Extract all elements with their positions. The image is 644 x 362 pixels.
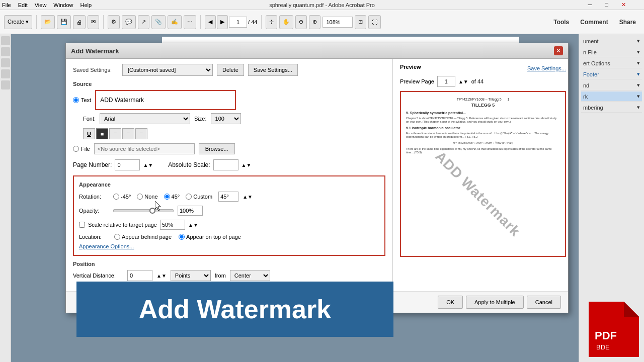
preview-page-row: Preview Page ▲▼ of 44 [400, 76, 566, 87]
pagenum-row: Page Number: ▲▼ Absolute Scale: ▲▼ [73, 159, 385, 170]
delete-btn[interactable]: Delete [217, 64, 244, 76]
more-btn[interactable]: ⋯ [184, 15, 196, 29]
zoom-out-btn[interactable]: ⊖ [295, 15, 307, 29]
rot-none-label[interactable]: None [137, 194, 157, 200]
share-btn[interactable]: Share [615, 17, 640, 28]
maximize-btn[interactable]: □ [603, 2, 610, 8]
vertical-dist-input[interactable] [127, 270, 152, 281]
from-dropdown[interactable]: Center [230, 270, 270, 281]
next-page-btn[interactable]: ▶ [217, 15, 228, 29]
text-radio[interactable] [73, 97, 79, 103]
appearance-options-link[interactable]: Appearance Options... [79, 243, 134, 249]
right-sidebar-ument[interactable]: ument▾ [581, 36, 642, 46]
menu-file[interactable]: File [2, 2, 11, 8]
absolute-scale-input[interactable] [213, 159, 238, 170]
sidebar-icon-1[interactable] [1, 36, 10, 45]
file-radio[interactable] [73, 146, 79, 152]
right-sidebar-options[interactable]: ert Options▾ [581, 58, 642, 68]
tools-btn[interactable]: Tools [549, 17, 573, 28]
rot-custom-label[interactable]: Custom [186, 194, 212, 200]
sign-btn[interactable]: ✍ [168, 15, 182, 29]
opacity-slider-thumb[interactable] [149, 208, 155, 214]
ok-btn[interactable]: OK [438, 296, 463, 309]
right-sidebar-numbering[interactable]: mbering▾ [581, 103, 642, 113]
rot-45-radio[interactable] [164, 194, 170, 200]
rot-custom-radio[interactable] [186, 194, 192, 200]
text-radio-label[interactable]: Text [73, 97, 91, 103]
right-sidebar-rk[interactable]: rk▾ [581, 92, 642, 102]
size-dropdown[interactable]: 100 [211, 113, 241, 124]
hand-btn[interactable]: ✋ [279, 15, 293, 29]
rot-45-label[interactable]: 45° [164, 194, 180, 200]
font-label: Font: [83, 116, 96, 122]
save-btn[interactable]: 💾 [57, 15, 71, 29]
opacity-input[interactable] [178, 206, 203, 216]
rotation-row: Rotation: -45° None 45° [79, 192, 379, 202]
comment-btn2[interactable]: Comment [576, 17, 612, 28]
page-range-link[interactable]: Save Settings... [527, 65, 566, 71]
page-number-input[interactable] [115, 159, 140, 170]
right-sidebar-file[interactable]: n File▾ [581, 47, 642, 57]
sidebar-icon-2[interactable] [1, 47, 10, 56]
save-settings-btn[interactable]: Save Settings... [248, 64, 298, 76]
preview-section: 5. Spherically symmetric potential... [406, 111, 560, 115]
preview-page-input[interactable] [437, 76, 455, 87]
browse-btn[interactable]: Browse... [199, 143, 235, 154]
print-btn[interactable]: 🖨 [73, 15, 86, 29]
font-dropdown[interactable]: Arial [100, 113, 190, 124]
close-btn[interactable]: ✕ [619, 2, 628, 8]
behind-label[interactable]: Appear behind page [114, 234, 172, 240]
fit-btn[interactable]: ⊡ [355, 15, 366, 29]
align-left-btn[interactable]: ≡ [109, 128, 121, 139]
opacity-slider-track[interactable] [113, 209, 174, 212]
rotation-label: Rotation: [79, 194, 109, 200]
sidebar-icon-3[interactable] [1, 58, 10, 67]
align-center-btn[interactable]: ≡ [122, 128, 134, 139]
minimize-btn[interactable]: ─ [586, 2, 594, 8]
sidebar-icon-5[interactable] [1, 80, 10, 89]
right-sidebar-nd[interactable]: nd▾ [581, 80, 642, 90]
menu-edit[interactable]: Edit [18, 2, 28, 8]
settings-btn[interactable]: ⚙ [108, 15, 120, 29]
scale-checkbox[interactable] [79, 222, 85, 228]
rotation-custom-input[interactable] [218, 192, 238, 202]
file-input[interactable] [94, 143, 195, 154]
fullscreen-btn[interactable]: ⛶ [368, 15, 381, 29]
prev-page-btn[interactable]: ◀ [205, 15, 216, 29]
right-sidebar-footer[interactable]: Footer▾ [581, 69, 642, 79]
black-box-btn[interactable]: ■ [96, 128, 108, 139]
share-btn2[interactable]: ↗ [138, 15, 149, 29]
unit-dropdown[interactable]: Points [171, 270, 211, 281]
ontop-radio[interactable] [179, 234, 185, 240]
cancel-btn[interactable]: Cancel [527, 296, 561, 309]
bold-btn[interactable]: U [83, 128, 95, 139]
rot-neg45-radio[interactable] [113, 194, 119, 200]
comment-btn[interactable]: 💬 [122, 15, 136, 29]
dialog-close-btn[interactable]: × [554, 46, 563, 55]
email-btn[interactable]: ✉ [88, 15, 99, 29]
sidebar-icon-4[interactable] [1, 69, 10, 78]
open-btn[interactable]: 📂 [41, 15, 55, 29]
scale-input[interactable] [160, 220, 185, 230]
zoom-in-btn[interactable]: ⊕ [309, 15, 320, 29]
menu-window[interactable]: Window [53, 2, 73, 8]
behind-radio[interactable] [114, 234, 120, 240]
align-right-btn[interactable]: ≡ [135, 128, 147, 139]
size-label: Size: [194, 116, 206, 122]
rot-none-radio[interactable] [137, 194, 143, 200]
ontop-label[interactable]: Appear on top of page [179, 234, 241, 240]
select-btn[interactable]: ⊹ [266, 15, 277, 29]
file-radio-label[interactable]: File [73, 146, 90, 152]
menu-help[interactable]: Help [80, 2, 92, 8]
rot-neg45-label[interactable]: -45° [113, 194, 131, 200]
create-btn[interactable]: Create ▾ [4, 15, 32, 29]
saved-settings-dropdown[interactable]: [Custom-not saved] [122, 64, 213, 76]
page-input[interactable] [229, 17, 247, 28]
attach-btn[interactable]: 📎 [151, 15, 166, 29]
zoom-input[interactable] [323, 17, 353, 28]
watermark-text-input[interactable] [95, 90, 236, 110]
apply-multiple-btn[interactable]: Apply to Multiple [466, 296, 524, 309]
menu-view[interactable]: View [35, 2, 47, 8]
blue-banner: Add Watermark [76, 282, 393, 337]
source-text-row: Text [73, 90, 385, 110]
